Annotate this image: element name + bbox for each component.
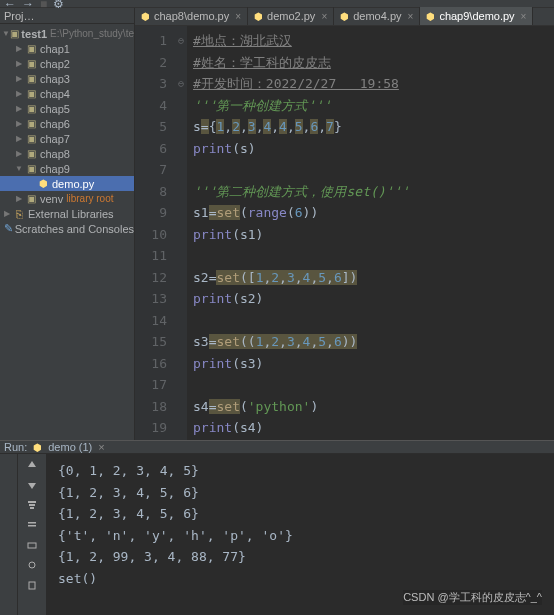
tab-demo2-py[interactable]: ⬢demo2.py× [248,7,334,25]
run-label: Run: [4,441,27,453]
tab-chap8-demo-py[interactable]: ⬢chap8\demo.py× [135,7,248,25]
output-line: set() [58,568,554,590]
close-icon[interactable]: × [321,11,327,22]
tree-item-chap2[interactable]: ▶▣chap2 [0,56,134,71]
svg-rect-6 [28,543,36,548]
project-panel: Proj… ▼▣ test1 E:\Python_study\te ▶▣chap… [0,8,135,440]
output-line: {1, 2, 99, 3, 4, 88, 77} [58,546,554,568]
watermark: CSDN @学工科的皮皮志^_^ [403,590,542,605]
tab-demo4-py[interactable]: ⬢demo4.py× [334,7,420,25]
tree-root[interactable]: ▼▣ test1 E:\Python_study\te [0,26,134,41]
tree-item-external-libraries[interactable]: ▶⎘External Libraries [0,206,134,221]
svg-rect-3 [30,507,34,509]
svg-rect-8 [29,582,35,589]
run-toolbar [18,454,46,615]
tree-item-chap1[interactable]: ▶▣chap1 [0,41,134,56]
tree-root-name: test1 [21,28,47,40]
pin-icon[interactable] [25,558,39,572]
tree-item-demo-py[interactable]: ⬢demo.py [0,176,134,191]
wrap-icon[interactable] [25,518,39,532]
filter-icon[interactable] [25,498,39,512]
tree-item-chap4[interactable]: ▶▣chap4 [0,86,134,101]
tree-item-scratches-and-consoles[interactable]: ✎Scratches and Consoles [0,221,134,236]
run-side-strip [0,454,18,615]
code-content[interactable]: #地点：湖北武汉#姓名：学工科的皮皮志#开发时间：2022/2/27 19:58… [187,26,554,440]
tree-root-path: E:\Python_study\te [50,28,134,39]
run-close-icon[interactable]: × [98,441,104,453]
tree-item-chap9[interactable]: ▼▣chap9 [0,161,134,176]
fold-column: ⊖⊖ [175,26,187,440]
tree-item-chap8[interactable]: ▶▣chap8 [0,146,134,161]
editor: ⬢chap8\demo.py×⬢demo2.py×⬢demo4.py×⬢chap… [135,8,554,440]
project-title: Proj… [4,10,35,22]
svg-rect-4 [28,522,36,524]
editor-tabs: ⬢chap8\demo.py×⬢demo2.py×⬢demo4.py×⬢chap… [135,8,554,26]
project-panel-header[interactable]: Proj… [0,8,134,24]
trash-icon[interactable] [25,578,39,592]
svg-rect-5 [28,525,36,527]
output-line: {'t', 'n', 'y', 'h', 'p', 'o'} [58,525,554,547]
close-icon[interactable]: × [521,11,527,22]
svg-point-7 [29,562,35,568]
close-icon[interactable]: × [235,11,241,22]
project-tree: ▼▣ test1 E:\Python_study\te ▶▣chap1▶▣cha… [0,24,134,440]
output-line: {1, 2, 3, 4, 5, 6} [58,503,554,525]
python-icon: ⬢ [33,442,42,453]
close-icon[interactable]: × [408,11,414,22]
tab-chap9-demo-py[interactable]: ⬢chap9\demo.py× [420,7,533,25]
tree-item-chap5[interactable]: ▶▣chap5 [0,101,134,116]
output-line: {0, 1, 2, 3, 4, 5} [58,460,554,482]
down-icon[interactable] [25,478,39,492]
tree-item-chap6[interactable]: ▶▣chap6 [0,116,134,131]
gutter: 12345678910111213141516171819 [135,26,175,440]
svg-rect-1 [28,501,36,503]
print-icon[interactable] [25,538,39,552]
run-header[interactable]: Run: ⬢ demo (1) × [0,441,554,454]
tree-item-venv[interactable]: ▶▣venvlibrary root [0,191,134,206]
tree-item-chap3[interactable]: ▶▣chap3 [0,71,134,86]
run-config-name: demo (1) [48,441,92,453]
svg-rect-2 [29,504,35,506]
output-line: {1, 2, 3, 4, 5, 6} [58,482,554,504]
run-panel: Run: ⬢ demo (1) × {0, 1, 2, 3, 4, 5}{1, … [0,440,554,615]
code-area[interactable]: 12345678910111213141516171819 ⊖⊖ #地点：湖北武… [135,26,554,440]
tree-item-chap7[interactable]: ▶▣chap7 [0,131,134,146]
up-icon[interactable] [25,458,39,472]
